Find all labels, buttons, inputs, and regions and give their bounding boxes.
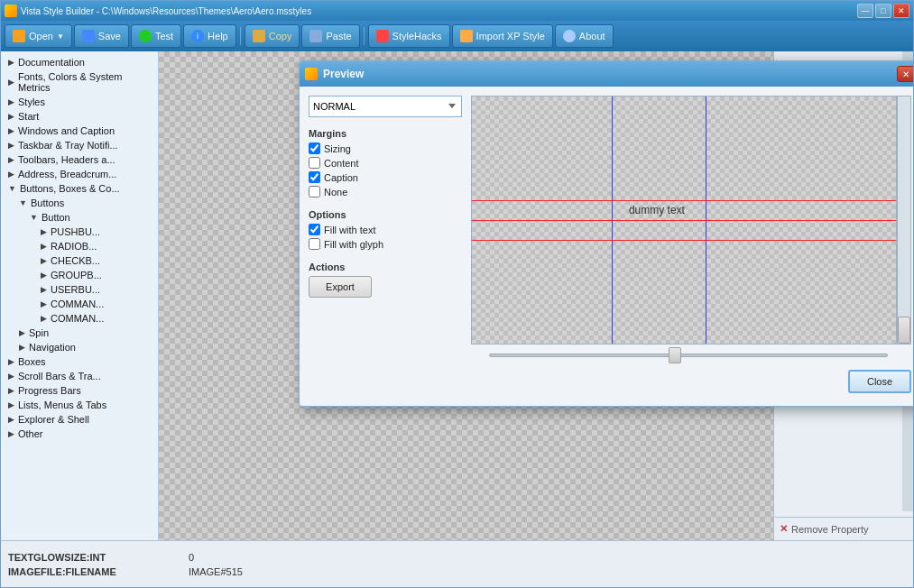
sidebar-item-label: Progress Bars bbox=[18, 385, 81, 396]
sidebar-item-button[interactable]: ▼ Button bbox=[1, 210, 158, 225]
save-label: Save bbox=[98, 31, 121, 41]
sidebar-item-lists[interactable]: ▶ Lists, Menus & Tabs bbox=[1, 398, 158, 412]
dialog-close-btn-bottom[interactable]: Close bbox=[848, 370, 911, 393]
stylehacks-button[interactable]: StyleHacks bbox=[368, 24, 450, 48]
sizing-label: Sizing bbox=[324, 143, 351, 154]
dialog-close-button[interactable]: ✕ bbox=[897, 66, 913, 82]
sidebar-item-scrollbars[interactable]: ▶ Scroll Bars & Tra... bbox=[1, 369, 158, 383]
expand-arrow: ▼ bbox=[8, 184, 16, 193]
sidebar-item-label: Navigation bbox=[29, 342, 76, 353]
paste-button[interactable]: Paste bbox=[301, 24, 359, 48]
dialog-title-bar: Preview ✕ bbox=[300, 61, 913, 87]
test-button[interactable]: Test bbox=[131, 24, 181, 48]
sidebar: ▶ Documentation ▶ Fonts, Colors & System… bbox=[1, 51, 159, 540]
h-slider[interactable] bbox=[489, 354, 888, 357]
about-button[interactable]: About bbox=[555, 24, 614, 48]
dropdown-row: NORMAL HOT PRESSED DISABLED DEFAULTED bbox=[309, 96, 462, 117]
expand-arrow: ▶ bbox=[19, 343, 25, 352]
sidebar-item-styles[interactable]: ▶ Styles bbox=[1, 95, 158, 109]
sidebar-item-boxes[interactable]: ▶ Boxes bbox=[1, 354, 158, 369]
sidebar-item-radiob[interactable]: ▶ RADIOB... bbox=[1, 239, 158, 253]
right-panel: ✕ Remove Property Preview ✕ bbox=[159, 51, 913, 540]
export-button[interactable]: Export bbox=[309, 276, 372, 298]
import-button[interactable]: Import XP Style bbox=[452, 24, 553, 48]
maximize-button[interactable]: □ bbox=[875, 4, 891, 18]
close-button[interactable]: ✕ bbox=[893, 4, 909, 18]
preview-canvas: dummy text bbox=[472, 96, 896, 344]
expand-arrow: ▶ bbox=[8, 58, 14, 67]
h-slider-thumb[interactable] bbox=[669, 347, 681, 363]
minimize-button[interactable]: — bbox=[857, 4, 873, 18]
sizing-checkbox-row: Sizing bbox=[309, 142, 462, 154]
open-button[interactable]: Open ▼ bbox=[5, 24, 72, 48]
sidebar-item-address[interactable]: ▶ Address, Breadcrum... bbox=[1, 167, 158, 181]
sidebar-item-spin[interactable]: ▶ Spin bbox=[1, 326, 158, 340]
sidebar-item-label: GROUPB... bbox=[51, 270, 102, 280]
sidebar-item-other[interactable]: ▶ Other bbox=[1, 427, 158, 441]
expand-arrow: ▶ bbox=[8, 78, 14, 87]
sidebar-item-userbu[interactable]: ▶ USERBU... bbox=[1, 282, 158, 297]
sidebar-item-taskbar[interactable]: ▶ Taskbar & Tray Notifi... bbox=[1, 138, 158, 152]
main-content: ▶ Documentation ▶ Fonts, Colors & System… bbox=[1, 51, 913, 540]
sidebar-item-comman1[interactable]: ▶ COMMAN... bbox=[1, 297, 158, 311]
normal-dropdown[interactable]: NORMAL HOT PRESSED DISABLED DEFAULTED bbox=[309, 96, 462, 117]
dialog-title-left: Preview bbox=[305, 68, 364, 80]
sidebar-item-label: Explorer & Shell bbox=[18, 414, 89, 425]
caption-checkbox-row: Caption bbox=[309, 171, 462, 183]
expand-arrow: ▶ bbox=[8, 400, 14, 409]
sidebar-item-toolbars[interactable]: ▶ Toolbars, Headers a... bbox=[1, 152, 158, 167]
status-row-1: TEXTGLOWSIZE:INT 0 bbox=[1, 550, 913, 565]
expand-arrow: ▶ bbox=[41, 285, 47, 294]
h-slider-row bbox=[471, 352, 911, 359]
sizing-checkbox[interactable] bbox=[309, 142, 320, 154]
expand-arrow: ▶ bbox=[41, 242, 47, 251]
scrollbar-thumb[interactable] bbox=[898, 317, 910, 344]
title-bar-controls: — □ ✕ bbox=[857, 4, 909, 18]
toolbar-sep-1 bbox=[240, 27, 241, 45]
about-icon bbox=[563, 30, 576, 42]
paste-icon bbox=[309, 30, 322, 42]
grid-line-h1 bbox=[472, 200, 896, 201]
section-divider-1 bbox=[309, 200, 462, 209]
preview-area-row: dummy text bbox=[471, 96, 911, 345]
sidebar-item-label: CHECKB... bbox=[51, 255, 100, 266]
fill-glyph-checkbox[interactable] bbox=[309, 238, 320, 250]
sidebar-item-start[interactable]: ▶ Start bbox=[1, 109, 158, 124]
sidebar-item-label: Boxes bbox=[18, 356, 46, 367]
content-checkbox-row: Content bbox=[309, 157, 462, 169]
sidebar-item-documentation[interactable]: ▶ Documentation bbox=[1, 55, 158, 69]
sidebar-item-explorer[interactable]: ▶ Explorer & Shell bbox=[1, 412, 158, 427]
sidebar-item-windows[interactable]: ▶ Windows and Caption bbox=[1, 124, 158, 138]
expand-arrow: ▶ bbox=[8, 386, 14, 395]
save-button[interactable]: Save bbox=[74, 24, 129, 48]
sidebar-item-pushbu[interactable]: ▶ PUSHBU... bbox=[1, 225, 158, 239]
expand-arrow: ▶ bbox=[41, 227, 47, 236]
sidebar-item-navigation[interactable]: ▶ Navigation bbox=[1, 340, 158, 354]
sidebar-item-label: Button bbox=[42, 212, 70, 223]
sidebar-item-fonts[interactable]: ▶ Fonts, Colors & System Metrics bbox=[1, 69, 158, 95]
sidebar-item-progress[interactable]: ▶ Progress Bars bbox=[1, 383, 158, 398]
sidebar-item-buttons-boxes[interactable]: ▼ Buttons, Boxes & Co... bbox=[1, 181, 158, 196]
expand-arrow: ▶ bbox=[41, 256, 47, 265]
sidebar-item-label: USERBU... bbox=[51, 284, 100, 295]
status-key-2: IMAGEFILE:FILENAME bbox=[8, 566, 189, 577]
expand-arrow: ▶ bbox=[8, 126, 14, 135]
sidebar-item-comman2[interactable]: ▶ COMMAN... bbox=[1, 311, 158, 326]
caption-checkbox[interactable] bbox=[309, 171, 320, 183]
caption-label: Caption bbox=[324, 172, 358, 183]
fill-text-checkbox[interactable] bbox=[309, 224, 320, 235]
preview-scrollbar[interactable] bbox=[897, 96, 911, 345]
help-button[interactable]: i Help bbox=[183, 24, 236, 48]
title-bar: Vista Style Builder - C:\Windows\Resourc… bbox=[1, 1, 913, 21]
sidebar-item-buttons[interactable]: ▼ Buttons bbox=[1, 196, 158, 210]
none-label: None bbox=[324, 187, 347, 198]
sidebar-item-groupb[interactable]: ▶ GROUPB... bbox=[1, 268, 158, 282]
sidebar-item-label: Toolbars, Headers a... bbox=[18, 154, 115, 165]
copy-button[interactable]: Copy bbox=[245, 24, 300, 48]
import-label: Import XP Style bbox=[476, 31, 545, 41]
sidebar-item-checkb[interactable]: ▶ CHECKB... bbox=[1, 253, 158, 268]
none-checkbox[interactable] bbox=[309, 186, 320, 198]
content-checkbox[interactable] bbox=[309, 157, 320, 169]
section-divider-2 bbox=[309, 253, 462, 262]
dialog-icon bbox=[305, 68, 318, 80]
